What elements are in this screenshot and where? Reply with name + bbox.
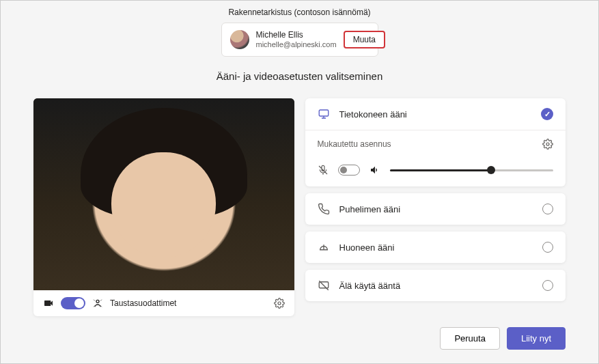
- mic-off-icon: [318, 165, 329, 176]
- no-audio-icon: [318, 279, 330, 292]
- svg-point-0: [96, 300, 99, 303]
- audio-phone-card: Puhelimen ääni: [305, 193, 566, 225]
- audio-option-room[interactable]: Huoneen ääni: [305, 232, 566, 263]
- phone-icon: [318, 203, 330, 215]
- audio-option-phone-radio[interactable]: [542, 204, 553, 214]
- audio-computer-card: Tietokoneen ääni Mukautettu asennus: [305, 98, 566, 186]
- room-icon: [318, 241, 330, 253]
- audio-option-computer-radio[interactable]: [541, 108, 553, 120]
- camera-icon: [43, 298, 54, 309]
- video-preview: [33, 98, 294, 290]
- custom-setup-label: Mukautettu asennus: [318, 139, 391, 149]
- avatar: [230, 30, 249, 49]
- footer: Peruuta Liity nyt: [1, 316, 598, 363]
- volume-slider[interactable]: [390, 169, 554, 171]
- audio-none-card: Älä käytä ääntä: [305, 270, 566, 301]
- svg-point-1: [278, 302, 281, 305]
- audio-panel: Tietokoneen ääni Mukautettu asennus: [305, 98, 566, 316]
- cancel-button[interactable]: Peruuta: [440, 327, 500, 350]
- custom-setup-row: Mukautettu asennus: [305, 130, 566, 158]
- camera-toggle[interactable]: [61, 297, 85, 309]
- video-panel: Taustasuodattimet: [33, 98, 294, 316]
- identity-email: michelle@alpineski.com: [256, 40, 337, 49]
- audio-option-none[interactable]: Älä käytä ääntä: [305, 270, 566, 301]
- identity-name: Michelle Ellis: [256, 30, 337, 40]
- window-title: Rakennetarkistus (contoson isännömä): [1, 1, 598, 23]
- video-settings-gear-icon[interactable]: [274, 298, 285, 309]
- audio-option-phone[interactable]: Puhelimen ääni: [305, 193, 566, 225]
- audio-room-card: Huoneen ääni: [305, 232, 566, 263]
- audio-option-phone-label: Puhelimen ääni: [339, 204, 401, 214]
- identity-card: Michelle Ellis michelle@alpineski.com Mu…: [221, 23, 378, 57]
- join-now-button[interactable]: Liity nyt: [507, 327, 566, 350]
- audio-settings-gear-icon[interactable]: [542, 139, 553, 150]
- audio-option-room-label: Huoneen ääni: [339, 242, 395, 253]
- background-filters-label[interactable]: Taustasuodattimet: [110, 298, 176, 308]
- computer-audio-icon: [318, 108, 330, 120]
- audio-option-none-label: Älä käytä ääntä: [339, 281, 401, 291]
- mic-toggle[interactable]: [338, 165, 360, 176]
- svg-rect-2: [319, 110, 329, 116]
- page-subtitle: Ääni- ja videoasetusten valitseminen: [1, 70, 598, 82]
- audio-option-computer-label: Tietokoneen ääni: [339, 109, 407, 120]
- svg-point-3: [546, 143, 549, 145]
- audio-option-room-radio[interactable]: [542, 242, 553, 253]
- background-effects-icon[interactable]: [92, 298, 103, 309]
- change-account-button[interactable]: Muuta: [344, 31, 385, 48]
- speaker-icon: [370, 165, 380, 176]
- mic-volume-controls: [305, 158, 566, 186]
- audio-option-computer[interactable]: Tietokoneen ääni: [305, 98, 566, 130]
- identity-text: Michelle Ellis michelle@alpineski.com: [256, 30, 337, 49]
- audio-option-none-radio[interactable]: [542, 280, 553, 291]
- video-controls: Taustasuodattimet: [33, 290, 294, 316]
